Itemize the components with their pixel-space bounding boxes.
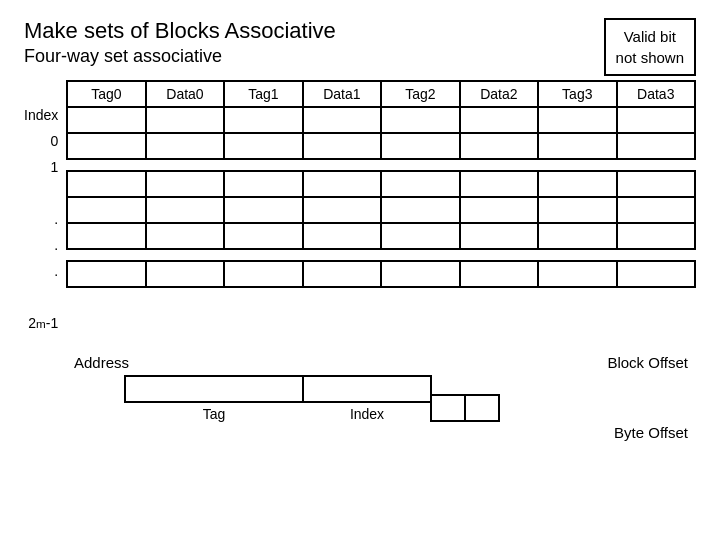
index-header-label: Index — [24, 107, 58, 123]
block-offset-label: Block Offset — [607, 354, 688, 371]
addr-offset2-box — [464, 394, 500, 422]
address-boxes: Tag Index — [124, 375, 696, 422]
addr-offset1-box — [430, 394, 466, 422]
cache-table: Tag0 Data0 Tag1 Data1 Tag2 Data2 Tag3 Da… — [66, 80, 696, 288]
index-row-0: 0 — [24, 128, 62, 154]
addr-tag-segment: Tag — [124, 375, 304, 422]
col-header-data0: Data0 — [146, 81, 224, 107]
addr-offset2-segment — [464, 394, 500, 422]
addr-tag-box — [124, 375, 304, 403]
table-row — [67, 107, 695, 133]
index-row-1: 1 — [24, 154, 62, 180]
index-row-blank — [24, 284, 62, 310]
table-row-last — [67, 261, 695, 287]
col-header-data2: Data2 — [460, 81, 538, 107]
table-row — [67, 197, 695, 223]
valid-bit-line2: not shown — [616, 49, 684, 66]
title-area: Make sets of Blocks Associative Four-way… — [24, 18, 696, 76]
index-col-header: Index — [24, 102, 62, 128]
table-row — [67, 171, 695, 197]
index-row-dot4: . — [24, 258, 62, 284]
byte-offset-label: Byte Offset — [614, 424, 688, 441]
addr-index-segment: Index — [302, 375, 432, 422]
byte-offset-row: Byte Offset — [24, 424, 696, 441]
main-container: Make sets of Blocks Associative Four-way… — [0, 0, 720, 540]
col-header-data1: Data1 — [303, 81, 381, 107]
col-header-tag1: Tag1 — [224, 81, 302, 107]
main-title: Make sets of Blocks Associative — [24, 18, 336, 44]
addr-offset1-segment — [430, 394, 466, 422]
col-header-data3: Data3 — [617, 81, 695, 107]
index-labels: Index 0 1 . . . 2m-1 — [24, 80, 62, 336]
addr-index-label: Index — [350, 406, 384, 422]
index-row-dot1 — [24, 180, 62, 206]
index-row-last: 2m-1 — [24, 310, 62, 336]
address-section: Address Block Offset Tag Index — [24, 354, 696, 441]
addr-index-box — [302, 375, 432, 403]
table-row — [67, 223, 695, 249]
table-row — [67, 133, 695, 159]
table-row-dot — [67, 249, 695, 261]
col-header-tag3: Tag3 — [538, 81, 616, 107]
table-row-dot — [67, 159, 695, 171]
subtitle: Four-way set associative — [24, 46, 336, 67]
index-row-dot2: . — [24, 206, 62, 232]
titles: Make sets of Blocks Associative Four-way… — [24, 18, 336, 67]
valid-bit-box: Valid bit not shown — [604, 18, 696, 76]
index-row-dot3: . — [24, 232, 62, 258]
valid-bit-line1: Valid bit — [624, 28, 676, 45]
addr-tag-label: Tag — [203, 406, 226, 422]
address-label: Address — [74, 354, 129, 371]
col-header-tag2: Tag2 — [381, 81, 459, 107]
col-header-tag0: Tag0 — [67, 81, 145, 107]
table-section: Index 0 1 . . . 2m-1 Tag0 Data0 Tag1 Dat… — [24, 80, 696, 336]
